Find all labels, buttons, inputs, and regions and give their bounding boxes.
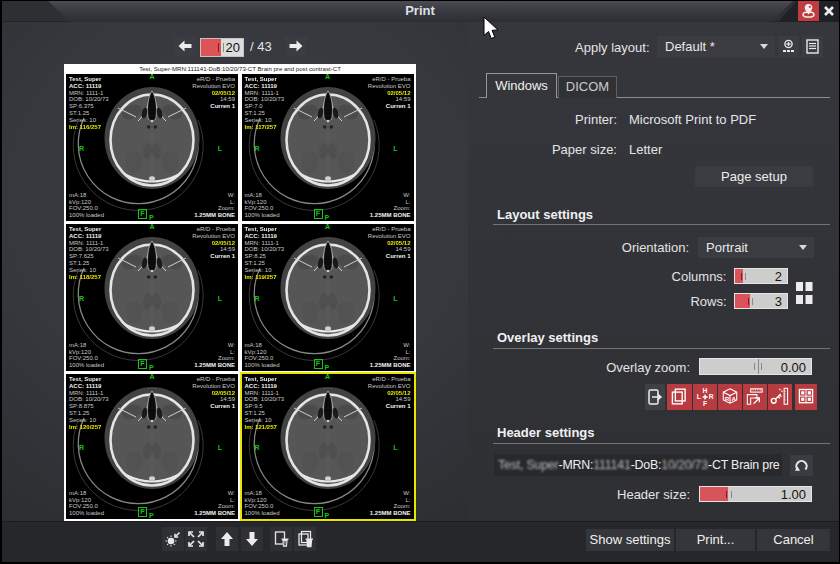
- svg-text:R: R: [724, 395, 729, 402]
- svg-text:R: R: [708, 393, 713, 400]
- svg-text:L: L: [696, 393, 700, 400]
- svg-text:H: H: [702, 387, 707, 394]
- svg-text:A: A: [731, 395, 736, 402]
- svg-text:F: F: [702, 400, 706, 407]
